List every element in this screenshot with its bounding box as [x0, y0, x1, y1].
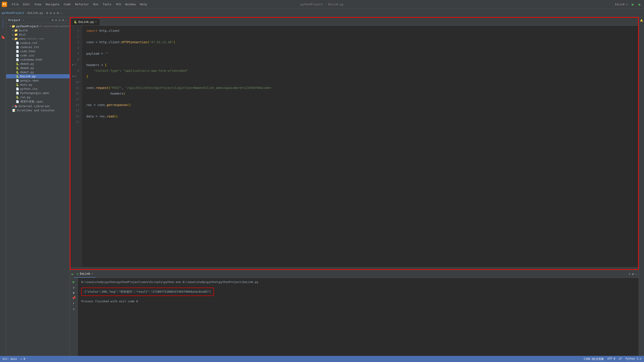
status-line-endings: LF: [619, 357, 622, 361]
ln-5: 5: [72, 51, 79, 56]
ln-17: 17: [72, 119, 79, 125]
sidebar-item-demo7-py[interactable]: 🐍 demo7.py: [6, 70, 70, 74]
code-line-17: [86, 119, 638, 125]
locate-icon[interactable]: ⊕: [46, 11, 48, 15]
ln-4: 4: [72, 45, 79, 51]
bookmark-icon[interactable]: 🔖: [1, 35, 5, 39]
cookie-file-icon: 📄: [16, 41, 19, 44]
sidebar-item-venv[interactable]: ▶ 📁 venv library root: [6, 37, 70, 41]
tree-root[interactable]: ▼ 📁 pythonProject D:\save\study\python\: [6, 24, 70, 28]
menu-run[interactable]: Run: [91, 2, 100, 7]
sidebar-item-ext-libraries[interactable]: ▶ 📚 External Libraries: [6, 104, 70, 108]
code-content[interactable]: import http.client conn = http.client.HT…: [82, 26, 638, 267]
bottom-settings-icon[interactable]: ⚙: [632, 272, 634, 276]
sidebar-item-fourier-spec[interactable]: 📄 傅里叶变换.spec: [6, 99, 70, 104]
hide-sidebar-icon[interactable]: —: [66, 18, 68, 22]
menu-refactor[interactable]: Refactor: [73, 2, 91, 7]
sidebar-item-scratches[interactable]: 📝 Scratches and Consoles: [6, 108, 70, 112]
debug-button[interactable]: ▶: [637, 1, 642, 7]
menu-window[interactable]: Window: [123, 2, 138, 7]
breadcrumb: pythonProject › EoLink.py: [2, 11, 43, 14]
sidebar-item-pythongongju-spec[interactable]: 📄 Pythongongju.spec: [6, 91, 70, 95]
breadcrumb-file[interactable]: EoLink.py: [28, 11, 43, 14]
status-python: Python 3.x: [626, 357, 641, 361]
bottom-up-icon[interactable]: ⬆: [629, 272, 630, 276]
sidebar-item-demo6-py[interactable]: 🐍 demo6.py: [6, 66, 70, 70]
console-path-line: D:\save\study\python\pythonProject\venv\…: [81, 280, 635, 285]
sidebar-item-cookie1-txt[interactable]: 📄 cookie1.txt: [6, 45, 70, 49]
console-pin-icon[interactable]: 📌: [72, 296, 76, 300]
horizontal-scrollbar[interactable]: [70, 267, 638, 269]
menu-view[interactable]: View: [32, 2, 44, 7]
menu-file[interactable]: File: [10, 2, 21, 7]
settings-icon[interactable]: ⚙: [57, 11, 59, 15]
run-icon-btn[interactable]: ▶: [72, 272, 73, 276]
right-icon-strip: 🔔: [639, 17, 644, 362]
notifications-icon[interactable]: 🔔: [640, 19, 643, 22]
ln-9: ▼9: [72, 73, 79, 79]
fold-7-icon[interactable]: ▼: [72, 62, 74, 68]
code-line-15: [86, 108, 638, 113]
sidebar-item-gongju-spec[interactable]: 📄 gongju.spec: [6, 78, 70, 82]
menu-navigate[interactable]: Navigate: [44, 2, 62, 7]
ln-6: 6: [72, 56, 79, 62]
sidebar-item-dist[interactable]: ▶ 📁 dist: [6, 32, 70, 37]
code-line-4: [86, 45, 638, 51]
fold-9-icon[interactable]: ▼: [72, 73, 74, 79]
breadcrumb-project[interactable]: pythonProject: [2, 11, 24, 14]
sidebar-item-python-ico[interactable]: 📄 python.ico: [6, 87, 70, 91]
eolink-label: EoLink.py: [20, 75, 36, 78]
editor-tab-eolink[interactable]: 🐍 EoLink.py ×: [70, 18, 100, 25]
sidebar-dropdown-icon[interactable]: ▾: [22, 19, 24, 21]
console-scroll-icon[interactable]: ⬇: [73, 301, 74, 305]
bottom-hide-icon[interactable]: —: [635, 272, 637, 276]
menu-vcs[interactable]: VCS: [114, 2, 123, 7]
code-editor: 1 2 3 4 5 6 ▼7 8 ▼9 10 11 12 13: [70, 26, 638, 267]
console-rerun-icon[interactable]: ↺: [73, 286, 74, 289]
sidebar-item-cookie-txt[interactable]: 📄 cookie.txt: [6, 41, 70, 45]
dist-folder-icon: 📁: [14, 33, 18, 36]
status-warnings: ⚠ 0: [20, 358, 25, 361]
sidebar-item-csdn-html[interactable]: 📄 csdn.html: [6, 49, 70, 53]
console-run-icon[interactable]: ▶: [73, 280, 75, 284]
bottom-panel-right-icons: ⬆ ⚙ —: [629, 272, 637, 276]
sidebar-item-main-py[interactable]: 🐍 main.py: [6, 82, 70, 87]
editor-section: 🐍 EoLink.py × 1 2 3 4 5 6 ▼7 8: [70, 17, 639, 362]
collapse-icon[interactable]: ≡: [50, 11, 52, 15]
console-filter-icon[interactable]: ⚙: [73, 308, 74, 311]
bottom-tab-bar: ▶ ▶ EoLink × ⬆ ⚙ —: [70, 270, 639, 278]
ln-11: 11: [72, 85, 79, 91]
collapse-all-icon[interactable]: ≡: [55, 18, 57, 22]
csdn-ico-icon: 📄: [16, 54, 19, 57]
console-stop-icon[interactable]: ◾: [73, 291, 74, 294]
run-button[interactable]: ▶: [630, 1, 636, 7]
console-exit-message: Process finished with exit code 0: [81, 299, 635, 304]
menu-code[interactable]: Code: [62, 2, 73, 7]
sort-icon[interactable]: ⇅: [53, 11, 55, 15]
tab-close-button[interactable]: ×: [95, 20, 97, 23]
project-tab-icon[interactable]: Project: [2, 19, 4, 28]
sidebar-item-build[interactable]: ▶ 📁 build: [6, 28, 70, 32]
sidebar-item-eolink-py[interactable]: 🐍 EoLink.py: [6, 74, 70, 78]
sidebar-item-csdndemo-html[interactable]: 📄 csdndemo.html: [6, 57, 70, 62]
sidebar: Project ▾ ⊕ ≡ ⇅ ⚙ — ▼ 📁 pythonProject D:…: [6, 17, 70, 362]
sidebar-item-demo5-py[interactable]: 🐍 demo5.py: [6, 62, 70, 66]
sidebar-item-run-py[interactable]: 🐍 run.py: [6, 95, 70, 99]
menu-edit[interactable]: Edit: [21, 2, 32, 7]
menu-tools[interactable]: Tools: [100, 2, 114, 7]
run-tab-close[interactable]: ×: [92, 272, 93, 275]
tab-py-icon: 🐍: [74, 20, 77, 23]
bottom-tab-run[interactable]: ▶ EoLink ×: [74, 270, 96, 278]
ln-7: ▼7: [72, 62, 79, 68]
app-icon: PY: [2, 2, 7, 7]
tree-settings-icon[interactable]: ⚙: [62, 18, 64, 22]
code-line-3: conn = http.client.HTTPConnection("47.93…: [86, 39, 638, 45]
minimize-icon[interactable]: —: [60, 11, 62, 15]
code-line-2: [86, 33, 638, 39]
demo5-py-icon: 🐍: [16, 62, 19, 65]
locate-in-tree-icon[interactable]: ⊕: [52, 18, 54, 22]
code-line-12: headers): [86, 91, 638, 96]
sidebar-item-csdn-ico[interactable]: 📄 csdn.ico: [6, 53, 70, 57]
menu-help[interactable]: Help: [138, 2, 149, 7]
sort-tree-icon[interactable]: ⇅: [59, 18, 60, 22]
